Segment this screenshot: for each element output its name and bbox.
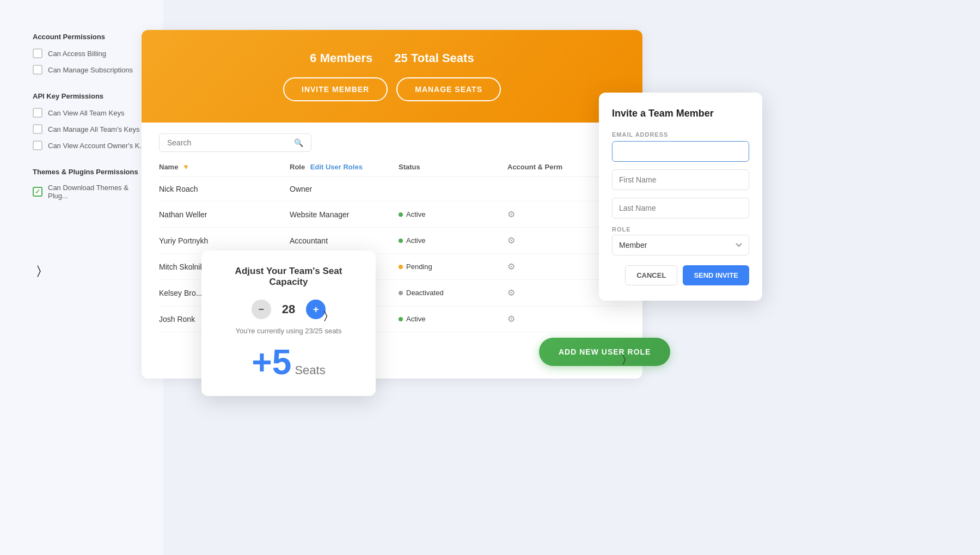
role-select[interactable]: Member Admin Owner xyxy=(612,235,749,255)
checkbox-view-all-keys[interactable] xyxy=(33,108,42,118)
send-invite-button[interactable]: SEND INVITE xyxy=(683,265,749,285)
checkbox-download-themes[interactable] xyxy=(33,187,42,197)
status-badge: Pending xyxy=(399,263,507,271)
cell-role: Owner xyxy=(290,185,399,193)
status-badge: Active xyxy=(399,236,507,245)
checkbox-billing[interactable] xyxy=(33,48,42,58)
cell-status: Active xyxy=(399,236,507,245)
cell-status: Pending xyxy=(399,263,507,271)
banner-buttons: INVITE MEMBER MANAGE SEATS xyxy=(283,77,501,101)
label-manage-keys: Can Manage All Team's Keys xyxy=(48,125,139,133)
seat-usage-text: You're currently using 23/25 seats xyxy=(218,327,359,335)
seat-addition-number: +5 Seats xyxy=(252,343,325,382)
seat-addition-label: Seats xyxy=(291,363,325,377)
invite-panel-title: Invite a Team Member xyxy=(612,108,749,119)
members-count: 6 Members xyxy=(310,51,372,65)
decrease-seat-button[interactable]: − xyxy=(252,300,271,319)
cell-role: Accountant xyxy=(290,236,399,245)
seat-counter: − 28 + xyxy=(218,300,359,319)
email-input[interactable] xyxy=(612,141,749,162)
banner-stats: 6 Members 25 Total Seats xyxy=(310,51,474,65)
sidebar-item-subscriptions[interactable]: Can Manage Subscriptions xyxy=(33,65,147,75)
label-download-themes: Can Download Themes & Plug... xyxy=(48,184,147,200)
search-icon: 🔍 xyxy=(294,138,303,147)
label-subscriptions: Can Manage Subscriptions xyxy=(48,66,133,74)
label-view-owner-keys: Can View Account Owner's K... xyxy=(48,142,145,150)
last-name-input[interactable] xyxy=(612,198,749,218)
themes-plugins-section: Themes & Plugins Permissions Can Downloa… xyxy=(33,168,147,200)
gear-icon[interactable]: ⚙ xyxy=(507,314,515,324)
account-permissions-title: Account Permissions xyxy=(33,33,147,41)
form-actions: CANCEL SEND INVITE xyxy=(612,265,749,285)
email-label: EMAIL ADDRESS xyxy=(612,131,749,138)
api-key-permissions-section: API Key Permissions Can View All Team Ke… xyxy=(33,92,147,150)
cursor-on-add-role: 〉 xyxy=(622,353,626,365)
seat-number: 28 xyxy=(282,302,295,316)
checkbox-subscriptions[interactable] xyxy=(33,65,42,75)
sidebar-item-view-all-keys[interactable]: Can View All Team Keys xyxy=(33,108,147,118)
sidebar: Account Permissions Can Access Billing C… xyxy=(0,0,163,555)
sort-icon: ▼ xyxy=(182,163,189,171)
status-dot-active xyxy=(399,212,403,217)
status-dot-active xyxy=(399,317,403,321)
table-row: Nathan Weller Website Manager Active ⚙ xyxy=(159,202,625,228)
themes-plugins-title: Themes & Plugins Permissions xyxy=(33,168,147,176)
table-header: Name ▼ Role Edit User Roles Status Accou… xyxy=(159,163,625,177)
edit-user-roles-link[interactable]: Edit User Roles xyxy=(310,163,363,171)
sidebar-item-manage-keys[interactable]: Can Manage All Team's Keys xyxy=(33,124,147,134)
manage-seats-button[interactable]: MANAGE SEATS xyxy=(396,77,501,101)
gear-icon[interactable]: ⚙ xyxy=(507,262,515,271)
col-role: Role Edit User Roles xyxy=(290,163,399,171)
api-key-permissions-title: API Key Permissions xyxy=(33,92,147,100)
cancel-button[interactable]: CANCEL xyxy=(625,265,677,285)
invite-team-member-panel: Invite a Team Member EMAIL ADDRESS ROLE … xyxy=(599,93,762,301)
banner: 6 Members 25 Total Seats INVITE MEMBER M… xyxy=(142,30,642,123)
cursor-icon: 〉 xyxy=(37,264,41,278)
banner-inner: 6 Members 25 Total Seats INVITE MEMBER M… xyxy=(163,51,621,101)
seat-modal-title: Adjust Your Team's Seat Capacity xyxy=(218,266,359,288)
invite-member-button[interactable]: INVITE MEMBER xyxy=(283,77,388,101)
col-name: Name ▼ xyxy=(159,163,290,171)
cell-status: Active xyxy=(399,210,507,218)
label-view-all-keys: Can View All Team Keys xyxy=(48,109,124,117)
sidebar-item-download-themes[interactable]: Can Download Themes & Plug... xyxy=(33,184,147,200)
label-billing: Can Access Billing xyxy=(48,50,106,58)
cell-status: Deactivated xyxy=(399,289,507,297)
cursor-on-plus: 〉 xyxy=(324,309,328,322)
status-dot-deactivated xyxy=(399,291,403,295)
checkbox-manage-keys[interactable] xyxy=(33,124,42,134)
gear-icon[interactable]: ⚙ xyxy=(507,288,515,297)
seat-capacity-modal: Adjust Your Team's Seat Capacity − 28 + … xyxy=(201,251,376,396)
first-name-input[interactable] xyxy=(612,169,749,190)
gear-icon[interactable]: ⚙ xyxy=(507,210,515,219)
col-status: Status xyxy=(399,163,507,171)
cell-name: Nick Roach xyxy=(159,185,290,193)
sidebar-item-billing[interactable]: Can Access Billing xyxy=(33,48,147,58)
cell-status: Active xyxy=(399,315,507,323)
status-dot-active xyxy=(399,239,403,243)
cell-name: Nathan Weller xyxy=(159,210,290,219)
status-badge: Deactivated xyxy=(399,289,507,297)
seat-addition: +5 Seats xyxy=(218,345,359,380)
status-badge: Active xyxy=(399,315,507,323)
status-dot-pending xyxy=(399,265,403,269)
role-label: ROLE xyxy=(612,226,749,233)
cell-name: Yuriy Portnykh xyxy=(159,236,290,245)
status-badge: Active xyxy=(399,210,507,218)
search-input[interactable] xyxy=(167,138,294,147)
table-row: Yuriy Portnykh Accountant Active ⚙ xyxy=(159,228,625,254)
cell-role: Website Manager xyxy=(290,210,399,219)
increase-seat-button[interactable]: + xyxy=(306,300,326,319)
sidebar-item-view-owner-keys[interactable]: Can View Account Owner's K... xyxy=(33,141,147,150)
checkbox-view-owner-keys[interactable] xyxy=(33,141,42,150)
total-seats: 25 Total Seats xyxy=(394,51,474,65)
gear-icon[interactable]: ⚙ xyxy=(507,236,515,245)
search-bar[interactable]: 🔍 xyxy=(159,133,311,152)
cell-perms[interactable]: ⚙ xyxy=(507,314,616,324)
account-permissions-section: Account Permissions Can Access Billing C… xyxy=(33,33,147,75)
add-new-user-role-button[interactable]: ADD NEW USER ROLE xyxy=(539,338,670,366)
table-row: Nick Roach Owner xyxy=(159,177,625,202)
